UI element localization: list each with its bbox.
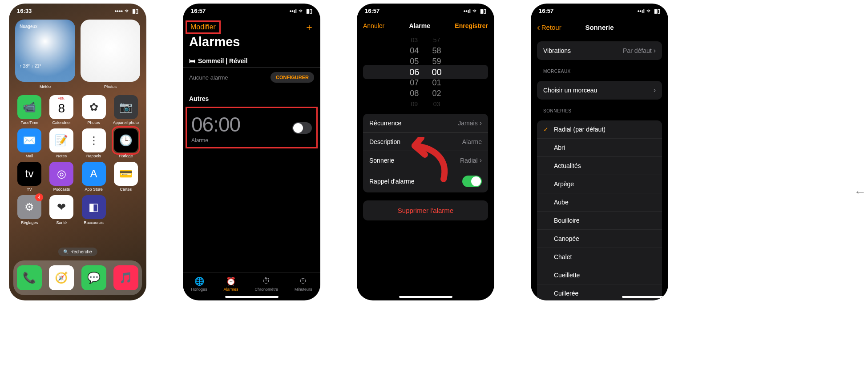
widget-label: Photos [104,84,117,89]
status-time: 16:57 [191,8,206,14]
ringtone-row[interactable]: Chalet [537,248,662,266]
app-santé[interactable]: ❤Santé [47,195,76,225]
nav-title: Alarme [409,22,430,29]
app-notes[interactable]: 📝Notes [47,128,76,158]
no-alarm-label: Aucune alarme [189,74,228,81]
ringtone-row[interactable]: Abri [537,139,662,157]
alarm-nav: Modifier ＋ [183,18,320,34]
annotation-arrow-icon [395,137,452,186]
cancel-button[interactable]: Annuler [363,22,384,29]
check-icon: ✓ [541,126,550,133]
dock: 📞🧭💬🎵 [13,260,142,295]
chevron-left-icon: ‹ [537,22,540,32]
tab-minuteurs[interactable]: ⏲Minuteurs [295,276,312,292]
app-photos[interactable]: ✿Photos [80,95,108,125]
app-calendrier[interactable]: VEN.8Calendrier [47,95,76,125]
back-label: Retour [541,24,561,31]
alarm-edit-screen: 16:57 ••ıl ᯤ ▮▯ Annuler Alarme Enregistr… [357,4,494,300]
edit-nav: Annuler Alarme Enregistrer [357,18,494,34]
home-indicator[interactable] [399,296,452,298]
dock-app[interactable]: 💬 [81,265,106,290]
tab-chronomètre[interactable]: ⏱Chronomètre [254,276,278,292]
hour-column[interactable]: 03040506070809 [409,35,419,109]
weather-widget[interactable]: Nuageux ↑ 28° ↓ 21° Météo [15,20,75,82]
ringtone-row[interactable]: Cuillerée [537,284,662,300]
ringtone-row[interactable]: Actualités [537,157,662,175]
app-tv[interactable]: tvTV [15,162,44,192]
app-horloge[interactable]: 🕒Horloge [112,128,140,158]
app-facetime[interactable]: 📹FaceTime [15,95,44,125]
dock-app[interactable]: 🧭 [49,265,74,290]
search-icon: 🔍 [63,249,69,254]
dock-app[interactable]: 🎵 [113,265,138,290]
vibrations-value: Par défaut › [623,47,656,55]
chevron-right-icon: › [654,47,656,55]
back-button[interactable]: ‹ Retour [537,22,561,32]
status-time: 16:33 [17,8,32,14]
app-rappels[interactable]: ⋮Rappels [80,128,108,158]
choose-song-label: Choisir un morceau [543,87,597,94]
ringtone-row[interactable]: Arpège [537,175,662,193]
sleep-label: Sommeil | Réveil [198,57,247,64]
tab-alarmes[interactable]: ⏰Alarmes [223,276,238,292]
ringtone-row[interactable]: Bouilloire [537,212,662,230]
wifi-icon: ᯤ [299,8,304,14]
alarms-title: Alarmes [183,34,320,53]
alarm-toggle[interactable] [292,122,312,134]
chevron-right-icon: › [654,86,656,94]
section-morceaux: MORCEAUX [531,60,668,76]
widget-row: Nuageux ↑ 28° ↓ 21° Météo Photos [9,20,146,82]
vibrations-row[interactable]: Vibrations Par défaut › [537,41,662,60]
ringtone-row[interactable]: Cueillette [537,266,662,284]
delete-alarm-button[interactable]: Supprimer l'alarme [363,200,488,220]
configure-button[interactable]: CONFIGURER [270,72,314,83]
tab-horloges[interactable]: 🌐Horloges [191,276,207,292]
app-réglages[interactable]: ⚙4Réglages [15,195,44,225]
scroll-indicator [622,296,666,298]
app-raccourcis[interactable]: ◧Raccourcis [80,195,108,225]
app-grid: 📹FaceTimeVEN.8Calendrier✿Photos📷Appareil… [9,92,146,228]
home-indicator[interactable] [225,296,279,298]
weather-condition: Nuageux [20,24,71,29]
others-header: Autres [183,87,320,105]
ringtone-row[interactable]: Canopée [537,230,662,248]
snooze-toggle[interactable] [462,176,482,187]
bed-icon: 🛏 [189,57,195,64]
choose-song-row[interactable]: Choisir un morceau › [537,81,662,100]
widget-label: Météo [40,84,51,89]
dock-app[interactable]: 📞 [17,265,42,290]
save-button[interactable]: Enregistrer [455,22,488,29]
wifi-icon: ᯤ [472,8,478,14]
ringtone-row[interactable]: ✓Radial (par défaut) [537,120,662,139]
signal-icon: •••• [115,8,123,14]
app-app store[interactable]: AApp Store [80,162,108,192]
status-bar: 16:57 ••ıl ᯤ ▮▯ [357,4,494,18]
status-icons: ••ıl ᯤ ▮▯ [290,8,312,14]
page-nav-arrow-icon[interactable]: ← [854,185,866,199]
wifi-icon: ᯤ [125,8,130,14]
battery-icon: ▮▯ [132,8,138,14]
battery-icon: ▮▯ [480,8,486,14]
app-appareil photo[interactable]: 📷Appareil photo [112,95,140,125]
alarm-sublabel: Alarme [191,137,240,144]
status-icons: •••• ᯤ ▮▯ [115,8,138,14]
vibrations-label: Vibrations [543,47,571,54]
edit-button[interactable]: Modifier [186,20,221,34]
status-bar: 16:33 •••• ᯤ ▮▯ [9,4,146,18]
app-podcasts[interactable]: ◎Podcasts [47,162,76,192]
photos-widget[interactable]: Photos [81,20,140,82]
ringtone-row[interactable]: Aube [537,193,662,212]
nav-title: Sonnerie [585,24,614,31]
search-pill[interactable]: 🔍 Recherche [58,248,97,256]
battery-icon: ▮▯ [306,8,312,14]
time-picker[interactable]: 03040506070809 57585900010203 [357,36,494,108]
add-alarm-button[interactable]: ＋ [304,20,314,34]
minute-column[interactable]: 57585900010203 [432,35,442,109]
app-cartes[interactable]: 💳Cartes [112,162,140,192]
sound-nav: ‹ Retour Sonnerie [531,18,668,37]
wifi-icon: ᯤ [646,8,652,14]
alarm-row[interactable]: 06:00 Alarme [186,107,318,148]
setting-rcurrence[interactable]: RécurrenceJamais › [363,114,488,133]
app-mail[interactable]: ✉️Mail [15,128,44,158]
search-label: Recherche [70,249,92,254]
